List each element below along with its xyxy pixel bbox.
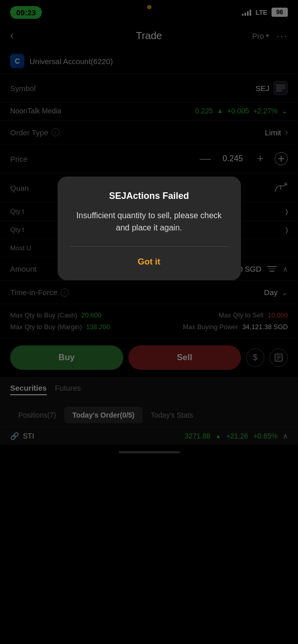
modal-body: Insufficient quantity to sell, please ch… bbox=[70, 210, 229, 234]
modal-overlay: SEJActions Failed Insufficient quantity … bbox=[0, 0, 298, 456]
modal-title: SEJActions Failed bbox=[70, 191, 229, 201]
modal-got-it-button[interactable]: Got it bbox=[70, 254, 229, 270]
modal-divider bbox=[70, 246, 229, 247]
modal-box: SEJActions Failed Insufficient quantity … bbox=[58, 177, 241, 280]
